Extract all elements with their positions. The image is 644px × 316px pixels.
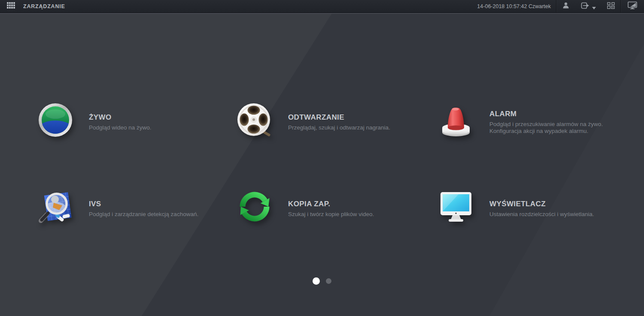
tile-desc: Konfiguracja akcji na wypadek alarmu. bbox=[489, 128, 603, 135]
qr-code-button[interactable] bbox=[601, 0, 620, 12]
tile-title: ŻYWO bbox=[89, 113, 152, 122]
qr-code-icon bbox=[607, 2, 615, 11]
page-title: ZARZĄDZANIE bbox=[23, 3, 65, 9]
logout-icon bbox=[581, 2, 589, 11]
tile-title: ODTWARZANIE bbox=[288, 113, 390, 122]
tile-title: ALARM bbox=[489, 110, 603, 118]
tile-live[interactable]: ŻYWO Podgląd wideo na żywo. bbox=[37, 102, 152, 138]
ivs-magnifier-icon bbox=[37, 189, 73, 225]
topbar-right: 14-06-2018 10:57:42 Czwartek bbox=[477, 0, 644, 12]
film-reel-icon bbox=[237, 102, 273, 138]
tile-desc: Podgląd wideo na żywo. bbox=[89, 124, 152, 131]
tile-title: WYŚWIETLACZ bbox=[489, 200, 594, 208]
backup-sync-icon bbox=[237, 189, 273, 225]
pagination bbox=[0, 277, 644, 285]
tile-alarm[interactable]: ALARM Podgląd i przeszukiwanie alarmów n… bbox=[438, 102, 603, 138]
datetime-display: 14-06-2018 10:57:42 Czwartek bbox=[477, 3, 556, 9]
display-output-button[interactable] bbox=[621, 0, 644, 12]
tile-desc: Przeglądaj, szukaj i odtwarzaj nagrania. bbox=[288, 124, 390, 131]
user-button[interactable] bbox=[556, 0, 575, 12]
topbar: ZARZĄDZANIE 14-06-2018 10:57:42 Czwartek bbox=[0, 0, 644, 13]
tile-desc: Podgląd i przeszukiwanie alarmów na żywo… bbox=[489, 121, 603, 128]
chevron-down-icon bbox=[592, 3, 596, 11]
tile-display[interactable]: WYŚWIETLACZ Ustawienia rozdzielczości i … bbox=[438, 189, 594, 225]
monitor-icon bbox=[438, 189, 474, 225]
tile-title: IVS bbox=[89, 200, 198, 208]
main-menu-area: ŻYWO Podgląd wideo na żywo. bbox=[0, 13, 644, 316]
logout-button[interactable] bbox=[575, 0, 601, 12]
live-lens-icon bbox=[37, 102, 73, 138]
tile-desc: Szukaj i twórz kopie plików video. bbox=[288, 211, 374, 218]
page-dot-inactive[interactable] bbox=[326, 278, 331, 284]
tile-title: KOPIA ZAP. bbox=[288, 200, 374, 208]
tile-backup[interactable]: KOPIA ZAP. Szukaj i twórz kopie plików v… bbox=[237, 189, 374, 225]
topbar-left: ZARZĄDZANIE bbox=[0, 0, 65, 12]
tile-desc: Podgląd i zarządzanie detekcją zachowań. bbox=[89, 211, 198, 218]
tile-desc: Ustawienia rozdzielczości i wyświetlania… bbox=[489, 211, 594, 218]
tile-ivs[interactable]: IVS Podgląd i zarządzanie detekcją zacho… bbox=[37, 189, 198, 225]
background-diagonal bbox=[0, 14, 644, 316]
tile-playback[interactable]: ODTWARZANIE Przeglądaj, szukaj i odtwarz… bbox=[237, 102, 390, 138]
menu-grid-button[interactable] bbox=[6, 0, 16, 12]
page-dot-active[interactable] bbox=[313, 277, 320, 285]
user-icon bbox=[562, 2, 570, 11]
display-monitor-icon bbox=[628, 1, 637, 11]
grid-icon bbox=[7, 2, 15, 10]
alarm-siren-icon bbox=[438, 102, 474, 138]
background-diagonal bbox=[0, 14, 644, 316]
